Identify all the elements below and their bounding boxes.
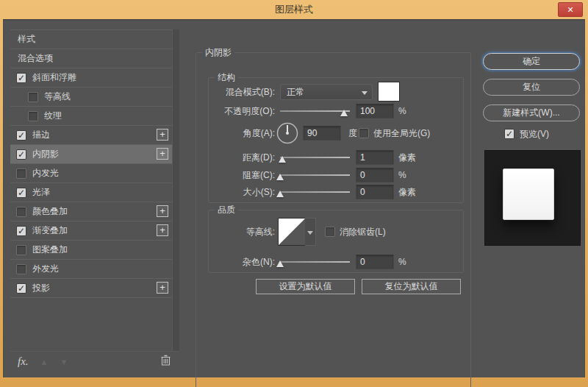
sidebar-item-drop-shadow[interactable]: 投影+: [10, 279, 172, 298]
structure-group: 结构 混合模式(B): 正常 不透明度(O): 100 % 角度(A):: [208, 77, 464, 203]
anti-alias-label: 消除锯齿(L): [340, 218, 386, 246]
effect-checkbox[interactable]: [16, 226, 26, 236]
sidebar-item-label: 颜色叠加: [32, 205, 68, 218]
sidebar-item-inner-glow[interactable]: 内发光: [10, 164, 172, 183]
delete-effect-button[interactable]: [161, 355, 171, 369]
quality-group: 品质 等高线: 消除锯齿(L) 杂色(N): 0 %: [208, 210, 464, 273]
add-effect-instance-button[interactable]: +: [157, 148, 168, 160]
sidebar-scrollbar[interactable]: [172, 29, 179, 351]
quality-legend: 品质: [215, 205, 238, 216]
contour-dropdown-arrow[interactable]: [305, 218, 316, 246]
shadow-color-swatch[interactable]: [378, 82, 400, 102]
fx-menu-button[interactable]: fx.: [18, 355, 29, 368]
add-effect-instance-button[interactable]: +: [157, 205, 168, 217]
sidebar-item-label: 纹理: [44, 110, 62, 122]
effect-checkbox[interactable]: [16, 73, 26, 83]
sidebar-footer: fx. ▲ ▼: [10, 351, 179, 372]
effect-checkbox[interactable]: [28, 92, 38, 102]
sidebar-item-gradient-overlay[interactable]: 渐变叠加+: [10, 221, 172, 241]
blend-mode-select[interactable]: 正常: [280, 84, 373, 100]
preview-checkbox[interactable]: [504, 129, 514, 139]
reset-default-button[interactable]: 复位为默认值: [362, 279, 461, 294]
opacity-slider[interactable]: [280, 110, 350, 112]
reset-button[interactable]: 复位: [483, 79, 580, 96]
effect-checkbox[interactable]: [16, 283, 26, 294]
new-style-button[interactable]: 新建样式(W)...: [483, 104, 580, 121]
sidebar-item-label: 等高线: [44, 90, 71, 103]
noise-slider[interactable]: [280, 261, 350, 263]
sidebar-item-stroke[interactable]: 描边+: [10, 126, 172, 145]
preview-label: 预览(V): [520, 129, 549, 140]
close-button[interactable]: ✕: [558, 2, 583, 17]
move-effect-up-button[interactable]: ▲: [40, 358, 49, 366]
make-default-button[interactable]: 设置为默认值: [256, 279, 355, 294]
use-global-light-checkbox[interactable]: [359, 128, 369, 138]
effects-list: 样式混合选项斜面和浮雕等高线纹理描边+内阴影+内发光光泽颜色叠加+渐变叠加+图案…: [10, 29, 172, 298]
effect-checkbox[interactable]: [16, 168, 26, 179]
slider-thumb[interactable]: [276, 260, 284, 267]
sidebar-item-color-overlay[interactable]: 颜色叠加+: [10, 202, 172, 221]
sidebar-item-bevel-and-emboss[interactable]: 斜面和浮雕: [10, 68, 172, 88]
add-effect-instance-button[interactable]: +: [157, 282, 168, 294]
choke-label: 阻塞(C):: [209, 167, 275, 183]
sidebar-item-label: 混合选项: [18, 52, 53, 65]
sidebar-item-styles[interactable]: 样式: [10, 30, 172, 49]
slider-thumb[interactable]: [340, 110, 348, 116]
size-unit: 像素: [398, 184, 416, 200]
inner-shadow-panel: 内阴影 结构 混合模式(B): 正常 不透明度(O): 100 % 角度(A):: [196, 52, 471, 387]
sidebar-item-pattern-overlay[interactable]: 图案叠加: [10, 241, 172, 260]
distance-row: 距离(D): 1 像素: [209, 149, 463, 166]
angle-input[interactable]: 90: [303, 126, 341, 141]
distance-slider[interactable]: [280, 157, 350, 158]
blend-mode-label: 混合模式(B):: [209, 84, 275, 100]
effect-checkbox[interactable]: [16, 130, 26, 141]
size-input[interactable]: 0: [356, 185, 394, 199]
sidebar-item-contour[interactable]: 等高线: [10, 88, 172, 107]
effect-checkbox[interactable]: [16, 188, 26, 198]
sidebar-item-texture[interactable]: 纹理: [10, 107, 172, 126]
sidebar-item-satin[interactable]: 光泽: [10, 183, 172, 202]
choke-slider[interactable]: [280, 174, 350, 176]
size-slider[interactable]: [280, 191, 350, 193]
slider-thumb[interactable]: [276, 174, 284, 180]
contour-picker[interactable]: [278, 218, 306, 246]
opacity-input[interactable]: 100: [356, 104, 394, 118]
effect-checkbox[interactable]: [16, 264, 26, 274]
slider-thumb[interactable]: [276, 191, 284, 197]
noise-unit: %: [398, 254, 406, 270]
preview-layer-square: [503, 168, 554, 220]
noise-input[interactable]: 0: [356, 255, 394, 269]
sidebar-item-inner-shadow[interactable]: 内阴影+: [10, 145, 172, 164]
slider-thumb[interactable]: [279, 156, 286, 163]
sidebar-item-outer-glow[interactable]: 外发光: [10, 260, 172, 279]
add-effect-instance-button[interactable]: +: [157, 129, 168, 141]
effect-checkbox[interactable]: [16, 149, 26, 160]
opacity-row: 不透明度(O): 100 %: [209, 103, 463, 119]
angle-unit: 度: [348, 122, 357, 144]
title-bar: 图层样式 ✕: [0, 0, 588, 19]
size-label: 大小(S):: [209, 184, 275, 200]
sidebar-item-label: 外发光: [32, 263, 59, 275]
sidebar-item-blending-options[interactable]: 混合选项: [10, 49, 172, 68]
effect-checkbox[interactable]: [28, 111, 38, 121]
angle-dial[interactable]: [276, 122, 298, 144]
move-effect-down-button[interactable]: ▼: [60, 358, 68, 366]
window-title: 图层样式: [0, 0, 588, 19]
sidebar-item-label: 描边: [32, 129, 50, 141]
noise-label: 杂色(N):: [209, 254, 275, 270]
ok-button[interactable]: 确定: [483, 53, 580, 70]
sidebar-item-label: 内发光: [32, 167, 59, 180]
contour-row: 等高线: 消除锯齿(L): [209, 218, 463, 246]
opacity-unit: %: [398, 103, 406, 119]
structure-legend: 结构: [215, 72, 238, 83]
anti-alias-checkbox[interactable]: [325, 227, 335, 237]
choke-input[interactable]: 0: [356, 168, 394, 182]
effect-checkbox[interactable]: [16, 245, 26, 255]
angle-label: 角度(A):: [209, 122, 275, 144]
add-effect-instance-button[interactable]: +: [157, 224, 168, 236]
effect-checkbox[interactable]: [16, 207, 26, 217]
sidebar-item-label: 光泽: [32, 186, 50, 199]
distance-input[interactable]: 1: [356, 150, 394, 165]
effects-sidebar: 样式混合选项斜面和浮雕等高线纹理描边+内阴影+内发光光泽颜色叠加+渐变叠加+图案…: [10, 29, 179, 372]
trash-icon: [161, 355, 171, 366]
